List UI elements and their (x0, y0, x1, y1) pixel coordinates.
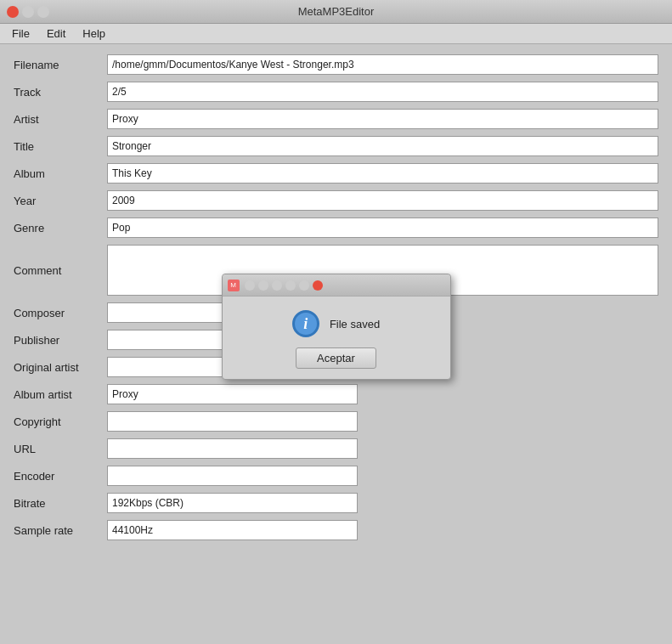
input-filename[interactable] (107, 54, 658, 75)
input-title[interactable] (107, 136, 658, 156)
minimize-button[interactable] (22, 6, 34, 18)
window-controls (7, 6, 49, 18)
label-url: URL (14, 443, 107, 455)
menu-help[interactable]: Help (74, 25, 114, 42)
modal-dropdown-button[interactable] (258, 280, 268, 291)
field-year: Year (14, 190, 658, 211)
window-title: MetaMP3Editor (298, 5, 375, 18)
maximize-button[interactable] (37, 6, 49, 18)
modal-refresh-button[interactable] (299, 280, 309, 291)
input-album[interactable] (107, 163, 658, 184)
label-publisher: Publisher (14, 334, 107, 347)
label-filename: Filename (14, 59, 107, 71)
modal-titlebar-left: M (228, 280, 323, 291)
field-genre: Genre (14, 217, 658, 238)
modal-minimize-button[interactable] (245, 280, 255, 291)
field-artist: Artist (14, 109, 658, 129)
main-content: Filename Track Artist Title Album Year G… (0, 44, 672, 644)
input-sample-rate[interactable] (107, 520, 358, 540)
label-sample-rate: Sample rate (14, 524, 107, 537)
close-button[interactable] (7, 6, 19, 18)
label-composer: Composer (14, 307, 107, 319)
modal-body: i File saved Aceptar (223, 297, 450, 379)
info-icon: i (292, 310, 319, 337)
menu-edit[interactable]: Edit (38, 25, 74, 42)
modal-dialog: M i File saved Aceptar (222, 274, 451, 380)
modal-message-text: File saved (330, 318, 380, 330)
label-encoder: Encoder (14, 470, 107, 483)
field-copyright: Copyright (14, 411, 658, 432)
label-track: Track (14, 86, 107, 99)
input-artist[interactable] (107, 109, 658, 129)
input-bitrate[interactable] (107, 493, 358, 513)
titlebar: MetaMP3Editor (0, 0, 672, 24)
label-artist: Artist (14, 113, 107, 126)
modal-titlebar: M (223, 274, 450, 297)
label-original-artist: Original artist (14, 361, 107, 374)
modal-window-controls (245, 280, 323, 291)
field-bitrate: Bitrate (14, 493, 658, 513)
titlebar-left (7, 6, 49, 18)
field-sample-rate: Sample rate (14, 520, 658, 540)
input-album-artist[interactable] (107, 384, 358, 404)
field-encoder: Encoder (14, 466, 658, 486)
field-track: Track (14, 82, 658, 102)
field-album-artist: Album artist (14, 384, 658, 404)
input-copyright[interactable] (107, 411, 358, 432)
label-year: Year (14, 195, 107, 207)
input-encoder[interactable] (107, 466, 358, 486)
modal-message-row: i File saved (292, 310, 380, 337)
label-comment: Comment (14, 264, 107, 277)
input-track[interactable] (107, 82, 658, 102)
label-title: Title (14, 140, 107, 153)
input-genre[interactable] (107, 217, 658, 238)
modal-app-icon: M (228, 280, 240, 291)
modal-extra-button[interactable] (285, 280, 296, 291)
label-bitrate: Bitrate (14, 497, 107, 510)
field-url: URL (14, 438, 658, 459)
input-url[interactable] (107, 438, 358, 459)
label-album: Album (14, 167, 107, 180)
label-copyright: Copyright (14, 415, 107, 428)
menu-file[interactable]: File (3, 25, 38, 42)
field-title: Title (14, 136, 658, 156)
input-year[interactable] (107, 190, 658, 211)
modal-close-button[interactable] (313, 280, 323, 291)
label-album-artist: Album artist (14, 388, 107, 401)
modal-ok-button[interactable]: Aceptar (296, 347, 376, 369)
modal-more-button[interactable] (272, 280, 282, 291)
label-genre: Genre (14, 222, 107, 234)
field-filename: Filename (14, 54, 658, 75)
menubar: File Edit Help (0, 24, 672, 44)
field-album: Album (14, 163, 658, 184)
